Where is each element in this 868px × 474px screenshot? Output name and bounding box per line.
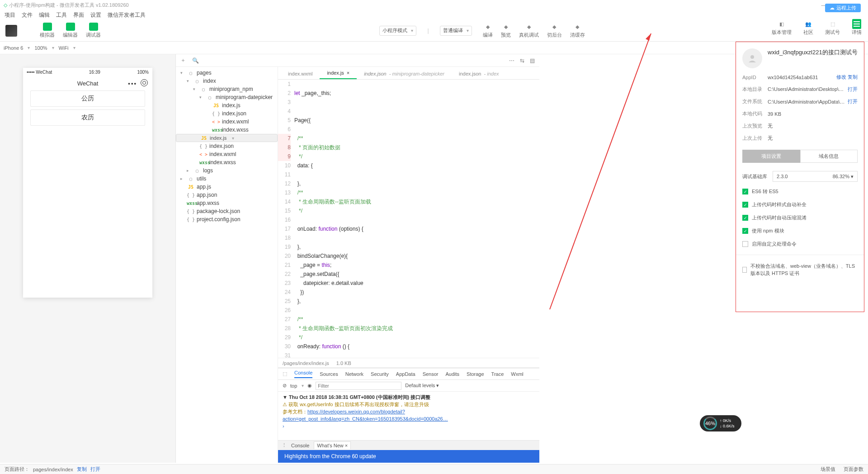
doc-link[interactable]: https://developers.weixin.qq.com/blogdet…	[283, 409, 448, 422]
eye-icon[interactable]: ◉	[307, 383, 312, 389]
drawer-tab-whatsnew[interactable]: What's New ×	[314, 441, 351, 449]
devtools-tab-console[interactable]: Console	[294, 370, 312, 378]
tree-node-index.wxml[interactable]: < >index.wxml	[176, 150, 278, 158]
mode-select[interactable]: 小程序模式	[379, 26, 416, 36]
scene-value[interactable]: 场景值	[821, 466, 835, 473]
menu-文件[interactable]: 文件	[22, 11, 33, 19]
remote-debug-button[interactable]: ◆真机调试	[519, 23, 539, 38]
compile-select[interactable]: 普通编译	[440, 26, 472, 36]
tree-node-app.json[interactable]: { }app.json	[176, 191, 278, 199]
tree-node-miniprogram_npm[interactable]: ▾▢miniprogram_npm	[176, 85, 278, 93]
devtools-tab-audits[interactable]: Audits	[445, 371, 459, 377]
setting-check[interactable]: ✓使用 npm 模块	[742, 228, 858, 234]
devtools-tab-storage[interactable]: Storage	[467, 371, 484, 377]
code-editor[interactable]: 1234567891011121314151617181920212223242…	[278, 80, 539, 358]
setting-check[interactable]: ✓启用自定义处理命令	[742, 241, 858, 247]
setting-check[interactable]: ✓ES6 转 ES5	[742, 188, 858, 195]
devtools-tab-security[interactable]: Security	[371, 371, 389, 377]
community-button[interactable]: 👥社区	[803, 20, 813, 36]
checkbox-icon[interactable]: ✓	[742, 189, 748, 194]
tree-node-utils[interactable]: ▸▢utils	[176, 175, 278, 183]
open-path-link[interactable]: 打开	[90, 466, 100, 473]
context-select[interactable]: top	[290, 383, 304, 389]
drawer-tab-console[interactable]: Console	[291, 443, 309, 448]
setting-check[interactable]: ✓上传代码时自动压缩混淆	[742, 214, 858, 221]
checkbox-icon[interactable]: ✓	[742, 228, 748, 234]
simulator-button[interactable]: 模拟器	[40, 23, 55, 38]
baselib-select[interactable]: 2.3.0 86.32% ▾	[773, 171, 858, 182]
capsule-close-icon[interactable]	[141, 79, 148, 86]
split-icon[interactable]: ▤	[530, 57, 535, 64]
checkbox-icon[interactable]: ✓	[742, 215, 748, 221]
setting-check[interactable]: ✓上传代码时样式自动补全	[742, 201, 858, 208]
copy-path-link[interactable]: 复制	[77, 466, 87, 473]
tree-node-project.config.json[interactable]: { }project.config.json	[176, 215, 278, 223]
details-button[interactable]: 详情	[852, 20, 862, 36]
file-tree[interactable]: ▾▢pages▾▢index▾▢miniprogram_npm▾▢minipro…	[176, 67, 278, 463]
test-account-button[interactable]: ⬚测试号	[825, 20, 840, 36]
close-tab-icon[interactable]: ×	[347, 70, 349, 76]
editor-tab[interactable]: index.js×	[320, 67, 357, 79]
devtools-tab-appdata[interactable]: AppData	[396, 371, 415, 377]
tree-node-index.js[interactable]: JSindex.js	[176, 101, 278, 109]
devtools-tab-wxml[interactable]: Wxml	[511, 371, 524, 377]
network-select[interactable]: WiFi	[59, 45, 75, 51]
tree-node-package-lock.json[interactable]: { }package-lock.json	[176, 207, 278, 215]
search-icon[interactable]: 🔍	[192, 57, 199, 64]
tree-node-index.json[interactable]: { }index.json	[176, 109, 278, 118]
devtools-tab-network[interactable]: Network	[345, 371, 363, 377]
checkbox-icon[interactable]: ✓	[742, 241, 748, 247]
menu-设置[interactable]: 设置	[90, 11, 101, 19]
menu-工具[interactable]: 工具	[56, 11, 67, 19]
setting-check-noverify[interactable]: ✓ 不校验合法域名、web-view（业务域名）、TLS 版本以及 HTTPS …	[742, 262, 858, 277]
zoom-select[interactable]: 100%	[34, 45, 54, 51]
elements-icon[interactable]: ⬚	[283, 371, 287, 377]
phone-list-item[interactable]: 公历	[30, 90, 145, 107]
detail-action[interactable]: 打开	[848, 98, 858, 105]
clear-cache-button[interactable]: ◆清缓存	[570, 23, 585, 38]
detail-action[interactable]: 打开	[848, 86, 858, 93]
tree-node-index.wxml[interactable]: < >index.wxml	[176, 118, 278, 126]
editor-tab[interactable]: index.json - miniprogram-datepicker	[357, 68, 452, 79]
tab-domain-info[interactable]: 域名信息	[800, 150, 858, 163]
more-icon[interactable]: ⋯	[509, 57, 514, 64]
tree-node-index.wxss[interactable]: wxssindex.wxss	[176, 126, 278, 134]
bgswitch-button[interactable]: ◆切后台	[547, 23, 562, 38]
tree-node-index.js[interactable]: JSindex.js	[176, 134, 278, 142]
editor-tab[interactable]: index.wxml	[281, 68, 320, 79]
page-params[interactable]: 页面参数	[844, 466, 863, 473]
menu-项目[interactable]: 项目	[5, 11, 15, 19]
tab-project-settings[interactable]: 项目设置	[742, 150, 800, 163]
levels-select[interactable]: Default levels ▾	[405, 383, 439, 389]
checkbox-icon[interactable]: ✓	[742, 267, 747, 273]
new-file-icon[interactable]: ＋	[180, 57, 186, 64]
tree-node-index[interactable]: ▾▢index	[176, 77, 278, 85]
device-select[interactable]: iPhone 6	[4, 45, 30, 51]
user-avatar[interactable]	[5, 25, 17, 37]
filter-input[interactable]	[316, 382, 401, 390]
menu-编辑[interactable]: 编辑	[39, 11, 50, 19]
drawer-menu-icon[interactable]: ⋮	[282, 442, 287, 448]
tree-node-app.js[interactable]: JSapp.js	[176, 183, 278, 191]
remote-upload-button[interactable]: ☁ 远程上传	[825, 4, 861, 12]
devtools-tab-sources[interactable]: Sources	[320, 371, 338, 377]
preview-button[interactable]: ◆预览	[501, 23, 511, 38]
tree-node-pages[interactable]: ▾▢pages	[176, 69, 278, 77]
editor-tab[interactable]: index.json - index	[452, 68, 506, 79]
devtools-tab-trace[interactable]: Trace	[491, 371, 504, 377]
tree-node-index.wxss[interactable]: wxssindex.wxss	[176, 158, 278, 166]
clear-console-icon[interactable]: ⊘	[283, 383, 287, 389]
menu-界面[interactable]: 界面	[73, 11, 84, 19]
phone-list-item[interactable]: 农历	[30, 109, 145, 126]
capsule-menu-icon[interactable]: •••	[128, 80, 137, 87]
tree-node-index.json[interactable]: { }index.json	[176, 142, 278, 150]
tree-node-logs[interactable]: ▸▢logs	[176, 166, 278, 175]
compile-button[interactable]: ◆编译	[483, 23, 493, 38]
version-button[interactable]: ◧版本管理	[772, 20, 792, 36]
checkbox-icon[interactable]: ✓	[742, 202, 748, 208]
editor-button[interactable]: 编辑器	[63, 23, 78, 38]
devtools-tab-sensor[interactable]: Sensor	[423, 371, 439, 377]
debugger-button[interactable]: 调试器	[86, 23, 101, 38]
menu-微信开发者工具[interactable]: 微信开发者工具	[108, 11, 146, 19]
tree-node-miniprogram-datepicker[interactable]: ▾▢miniprogram-datepicker	[176, 93, 278, 101]
